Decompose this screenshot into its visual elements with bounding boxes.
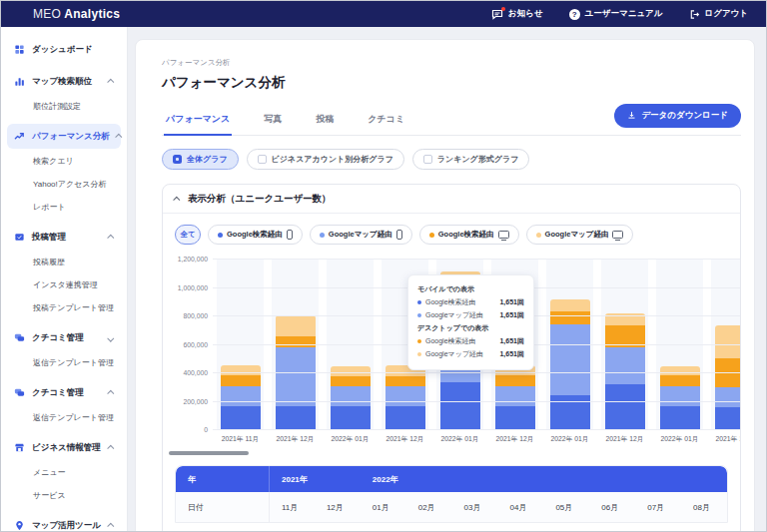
legend-chip-1[interactable]: Googleマップ経由 [310,225,412,245]
stacked-bar-0[interactable] [221,365,261,429]
user-manual-button[interactable]: ? ユーザーマニュアル [569,8,663,20]
legend-chip-2[interactable]: Google検索経由 [419,225,519,245]
logout-button[interactable]: ログアウト [689,8,749,20]
tab-2[interactable]: 投稿 [314,106,336,135]
bar-segment [660,406,700,429]
sidebar-subitem[interactable]: インスタ連携管理 [7,273,121,296]
tooltip-row-label: Googleマップ経由 [425,310,483,320]
sidebar-subitem[interactable]: 返信テンプレート管理 [7,351,121,374]
sidebar-subitem[interactable]: レポート [7,196,121,219]
sidebar-subitem[interactable]: Yahoo!アクセス分析 [7,173,121,196]
legend-chip-label: Googleマップ経由 [329,230,392,240]
sidebar-subitem[interactable]: 検索クエリ [7,150,121,173]
sidebar-item-5[interactable]: クチコミ管理 [7,380,121,405]
stacked-bar-7[interactable] [605,313,645,429]
tooltip-row: Google検索経由1,651回 [417,297,524,307]
tab-1[interactable]: 写真 [262,106,284,135]
logout-label: ログアウト [705,8,749,20]
sidebar-subitem[interactable]: メニュー [7,461,121,484]
table-date-label-cell: 日付 [176,492,269,522]
sidebar-subitem[interactable]: 投稿テンプレート管理 [7,296,121,319]
x-tick-label: 2021年 12月 [707,434,740,444]
bar-segment [221,365,261,375]
bar-segment [605,384,645,429]
content-card: パフォーマンス分析 パフォーマンス分析 パフォーマンス写真投稿クチコミ データの… [135,39,755,531]
download-icon [627,111,636,122]
stacked-bar-3[interactable] [385,365,425,429]
filter-chip-0[interactable]: 全体グラフ [162,149,239,170]
notice-button[interactable]: お知らせ [491,8,543,20]
x-tick-label: 2021年 11月 [213,434,268,444]
tab-0[interactable]: パフォーマンス [164,106,232,136]
bar-segment [276,336,316,347]
sidebar-item-6[interactable]: ビジネス情報管理 [7,435,121,460]
legend-row: 全てGoogle検索経由Googleマップ経由Google検索経由Googleマ… [163,214,740,249]
table-month-cell: 11月 [269,492,315,522]
legend-chip-3[interactable]: Googleマップ経由 [526,225,634,245]
sidebar-item-label: クチコミ管理 [32,332,102,344]
sidebar-item-label: マップ活用ツール [32,520,102,532]
bar-segment [550,299,590,310]
tooltip-section-header: デスクトップでの表示 [417,323,524,333]
sidebar-item-label: マップ検索順位 [32,76,102,88]
tooltip-color-dot [417,339,421,343]
chat-icon [14,384,25,402]
download-data-button[interactable]: データのダウンロード [614,104,741,128]
bar-segment [331,366,371,377]
table-year-cell: 2021年 [269,466,315,492]
stacked-bar-8[interactable] [660,366,700,429]
stacked-bar-9[interactable] [715,325,741,429]
legend-color-dot [429,233,434,238]
y-tick-label: 800,000 [183,312,208,319]
main-area: パフォーマンス分析 パフォーマンス分析 パフォーマンス写真投稿クチコミ データの… [128,27,766,531]
table-year-cell [452,466,498,492]
filter-chip-label: ビジネスアカウント別分析グラフ [272,154,393,165]
tooltip-color-dot [417,352,421,356]
stacked-bar-6[interactable] [550,299,590,429]
x-tick-label: 2022年 01月 [432,434,487,444]
legend-chip-0[interactable]: Google検索経由 [208,225,303,245]
sidebar-item-3[interactable]: 投稿管理 [7,225,121,250]
bar-segment [715,387,741,407]
tabs-row: パフォーマンス写真投稿クチコミ データのダウンロード [162,106,741,136]
brand-meo: MEO [33,7,61,21]
collapse-chevron-icon [173,196,180,203]
logout-icon [689,9,700,20]
tooltip-row-label: Googleマップ経由 [425,349,483,359]
sidebar-item-0[interactable]: ダッシュボード [7,37,121,62]
sidebar-item-7[interactable]: マップ活用ツール [7,513,121,531]
sidebar-item-4[interactable]: クチコミ管理 [7,325,121,350]
legend-all-button[interactable]: 全て [175,225,201,245]
tooltip-row-label: Google検索経由 [425,297,476,307]
download-label: データのダウンロード [641,110,728,122]
filter-chip-1[interactable]: ビジネスアカウント別分析グラフ [247,149,404,170]
tab-3[interactable]: クチコミ [366,106,406,135]
bar-segment [440,382,480,429]
tooltip-row: Googleマップ経由1,651回 [417,310,524,320]
gridline [213,401,740,402]
filter-chip-2[interactable]: ランキング形式グラフ [412,149,530,170]
bar-segment [605,347,645,384]
table-year-cell: 2022年 [361,466,406,492]
stacked-bar-2[interactable] [331,366,371,429]
table-month-cell: 05月 [543,492,589,522]
sidebar-subitem[interactable]: 投稿履歴 [7,251,121,273]
sidebar-subitem[interactable]: 返信テンプレート管理 [7,406,121,429]
bar-segment [550,311,590,324]
mobile-device-icon [396,230,402,240]
sidebar-subitem[interactable]: サービス [7,484,121,507]
graph-type-filters: 全体グラフビジネスアカウント別分析グラフランキング形式グラフ [162,149,741,170]
app-logo: MEOAnalytics [33,7,120,21]
bar-segment [221,375,261,386]
x-tick-label: 2021年 12月 [378,434,432,444]
sidebar-item-label: 投稿管理 [32,232,102,244]
bar-segment [331,386,371,405]
horizontal-scrollbar-thumb[interactable] [169,451,249,455]
y-tick-label: 1,200,000 [178,256,208,263]
sidebar-item-1[interactable]: マップ検索順位 [7,69,121,94]
sidebar-item-2[interactable]: パフォーマンス分析 [7,124,121,149]
sidebar-subitem[interactable]: 順位計測設定 [7,95,121,118]
stacked-bar-5[interactable] [495,365,535,429]
table-year-row: 年2021年2022年 [176,466,727,492]
panel-header[interactable]: 表示分析（ユニークユーザー数） [163,185,740,214]
